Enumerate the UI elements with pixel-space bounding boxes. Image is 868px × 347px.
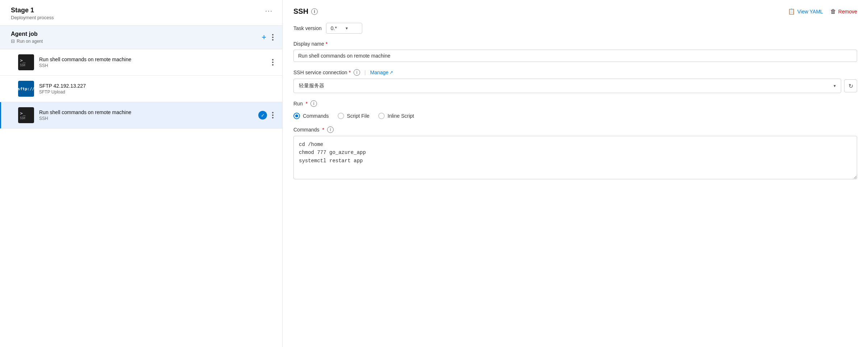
panel-actions: 📋 View YAML 🗑 Remove — [788, 8, 857, 15]
ssh-connection-label: SSH service connection * — [293, 70, 351, 75]
chevron-down-icon: ▾ — [346, 26, 348, 31]
dot — [272, 59, 274, 60]
refresh-button[interactable]: ↻ — [844, 79, 857, 92]
task-actions — [271, 58, 275, 67]
yaml-icon: 📋 — [788, 8, 795, 15]
radio-inline-script[interactable]: Inline Script — [378, 113, 414, 119]
task-item[interactable]: sftp:// SFTP 42.192.13.227 SFTP Upload — [0, 76, 282, 102]
dot — [272, 39, 274, 41]
commands-label-row: Commands * i — [293, 126, 857, 133]
task-version-section: Task version 0.* ▾ — [293, 23, 857, 34]
agent-job-actions: + — [262, 33, 275, 42]
task-type: SFTP Upload — [39, 89, 275, 95]
dot — [272, 62, 274, 63]
task-type: SSH — [39, 116, 253, 121]
dot — [272, 112, 274, 113]
stage-info: Stage 1 Deployment process — [11, 7, 54, 20]
chevron-down-icon: ▾ — [834, 83, 836, 88]
right-panel: SSH i 📋 View YAML 🗑 Remove Task version … — [283, 0, 868, 347]
radio-script-file-btn[interactable] — [338, 113, 344, 119]
dot — [272, 64, 274, 66]
ssh-connection-section: SSH service connection * i | Manage ↗ 轻量… — [293, 69, 857, 93]
task-actions: ✓ — [258, 110, 275, 120]
agent-job-info: Agent job ⊟ Run on agent — [11, 31, 43, 44]
ssh-connection-dropdown[interactable]: 轻量服务器 ▾ — [293, 79, 841, 93]
task-info: SFTP 42.192.13.227 SFTP Upload — [39, 83, 275, 95]
run-required: * — [306, 101, 308, 106]
ssh-task-icon: >_ SSH — [18, 54, 34, 70]
display-name-section: Display name * — [293, 41, 857, 62]
agent-job-sub: ⊟ Run on agent — [11, 38, 43, 44]
run-section: Run * i Commands Script File Inline Scri… — [293, 100, 857, 119]
selected-check-icon: ✓ — [258, 111, 267, 120]
agent-job-section: Agent job ⊟ Run on agent + — [0, 26, 282, 49]
task-item[interactable]: >_ SSH Run shell commands on remote mach… — [0, 49, 282, 76]
ssh-connection-info-icon[interactable]: i — [354, 69, 360, 76]
stage-header: Stage 1 Deployment process ··· — [0, 0, 282, 26]
ssh-connection-dropdown-row: 轻量服务器 ▾ ↻ — [293, 79, 857, 93]
task-info: Run shell commands on remote machine SSH — [39, 109, 253, 121]
commands-label: Commands — [293, 127, 320, 133]
panel-title: SSH i — [293, 7, 318, 16]
radio-commands-btn[interactable] — [293, 113, 300, 119]
sftp-task-icon: sftp:// — [18, 81, 34, 97]
display-name-label: Display name * — [293, 41, 857, 47]
external-link-icon: ↗ — [389, 70, 393, 75]
add-task-button[interactable]: + — [262, 33, 266, 41]
pipe-divider: | — [364, 70, 366, 75]
display-name-input[interactable] — [293, 50, 857, 62]
task-name: SFTP 42.192.13.227 — [39, 83, 275, 89]
remove-button[interactable]: 🗑 Remove — [830, 8, 857, 15]
commands-required: * — [322, 127, 324, 133]
view-yaml-button[interactable]: 📋 View YAML — [788, 8, 823, 15]
radio-commands[interactable]: Commands — [293, 113, 329, 119]
task-list: >_ SSH Run shell commands on remote mach… — [0, 49, 282, 347]
task-version-value: 0.* — [331, 25, 337, 31]
ssh-required: * — [349, 70, 351, 75]
run-radio-group: Commands Script File Inline Script — [293, 113, 857, 119]
panel-header: SSH i 📋 View YAML 🗑 Remove — [293, 7, 857, 16]
task-name: Run shell commands on remote machine — [39, 109, 253, 115]
radio-commands-label: Commands — [303, 113, 329, 119]
radio-script-file-label: Script File — [347, 113, 370, 119]
radio-inline-script-btn[interactable] — [378, 113, 385, 119]
agent-job-more-button[interactable] — [271, 33, 275, 42]
manage-link[interactable]: Manage ↗ — [370, 70, 393, 75]
run-label-row: Run * i — [293, 100, 857, 107]
radio-script-file[interactable]: Script File — [338, 113, 370, 119]
task-item-selected[interactable]: >_ SSH Run shell commands on remote mach… — [0, 102, 282, 129]
commands-section: Commands * i cd /home chmod 777 go_azure… — [293, 126, 857, 180]
task-more-button[interactable] — [271, 58, 275, 67]
agent-icon: ⊟ — [11, 38, 15, 44]
dot — [272, 117, 274, 118]
trash-icon: 🗑 — [830, 8, 836, 15]
radio-inline-script-label: Inline Script — [388, 113, 414, 119]
stage-subtitle: Deployment process — [11, 15, 54, 20]
task-version-dropdown[interactable]: 0.* ▾ — [326, 23, 362, 34]
dot — [272, 114, 274, 116]
left-panel: Stage 1 Deployment process ··· Agent job… — [0, 0, 283, 347]
task-version-label: Task version — [293, 25, 322, 31]
dot — [272, 37, 274, 38]
refresh-icon: ↻ — [848, 83, 853, 89]
stage-title: Stage 1 — [11, 7, 54, 14]
stage-more-button[interactable]: ··· — [263, 7, 275, 16]
ssh-connection-label-row: SSH service connection * i | Manage ↗ — [293, 69, 857, 76]
task-more-button[interactable] — [271, 110, 275, 120]
commands-info-icon[interactable]: i — [327, 126, 334, 133]
task-type: SSH — [39, 63, 266, 68]
ssh-info-icon[interactable]: i — [311, 8, 318, 15]
dot — [272, 34, 274, 35]
ssh-connection-value: 轻量服务器 — [299, 83, 324, 89]
agent-job-title: Agent job — [11, 31, 43, 37]
task-info: Run shell commands on remote machine SSH — [39, 57, 266, 68]
task-name: Run shell commands on remote machine — [39, 57, 266, 62]
run-info-icon[interactable]: i — [310, 100, 317, 107]
run-label: Run — [293, 101, 303, 106]
display-name-required: * — [326, 41, 327, 47]
ssh-task-icon-selected: >_ SSH — [18, 107, 34, 123]
commands-textarea[interactable]: cd /home chmod 777 go_azure_app systemct… — [293, 136, 857, 179]
